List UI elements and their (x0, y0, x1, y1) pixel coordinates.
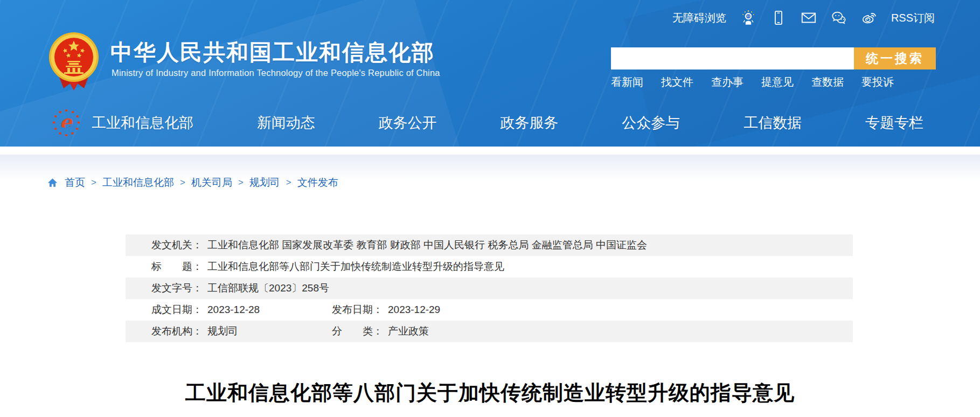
nav-item-news[interactable]: 新闻动态 (257, 113, 315, 133)
nav-item-miit[interactable]: 工业和信息化部 (92, 113, 193, 133)
meta-label: 发布机构： (151, 324, 203, 338)
meta-label: 成文日期： (151, 303, 203, 317)
meta-value: 规划司 (207, 324, 238, 338)
meta-label: 标 题： (151, 260, 203, 274)
robot-icon[interactable] (740, 10, 756, 26)
table-row-title: 标 题： 工业和信息化部等八部门关于加快传统制造业转型升级的指导意见 (126, 256, 853, 277)
meta-value: 2023-12-28 (207, 304, 260, 316)
meta-value: 工业和信息化部 国家发展改革委 教育部 财政部 中国人民银行 税务总局 金融监管… (207, 238, 647, 252)
table-row-dates: 成文日期： 2023-12-28 发布日期： 2023-12-29 (126, 299, 853, 321)
table-row-issuing-agency: 发文机关： 工业和信息化部 国家发展改革委 教育部 财政部 中国人民银行 税务总… (126, 234, 853, 256)
quick-link-complaint[interactable]: 要投诉 (861, 75, 894, 89)
mail-icon[interactable] (801, 10, 817, 26)
meta-value: 产业政策 (388, 324, 429, 338)
meta-value: 工业和信息化部等八部门关于加快传统制造业转型升级的指导意见 (207, 260, 504, 274)
breadcrumb-planning-dept[interactable]: 规划司 (249, 176, 280, 190)
mobile-icon[interactable] (770, 10, 787, 26)
table-row-doc-number: 发文字号： 工信部联规〔2023〕258号 (126, 277, 853, 299)
home-icon[interactable] (46, 177, 59, 189)
utility-bar: 无障碍浏览 (672, 10, 935, 26)
breadcrumb-separator: > (180, 177, 185, 188)
meta-value: 2023-12-29 (388, 304, 440, 316)
site-title[interactable]: 中华人民共和国工业和信息化部 (110, 38, 435, 67)
nav-item-participation[interactable]: 公众参与 (622, 113, 680, 133)
search-bar: 统一搜索 (611, 47, 936, 70)
rss-link[interactable]: RSS订阅 (891, 11, 935, 25)
breadcrumb-document-release[interactable]: 文件发布 (297, 176, 338, 190)
nav-item-data[interactable]: 工信数据 (743, 113, 802, 133)
nav-items: 工业和信息化部 新闻动态 政务公开 政务服务 公众参与 工信数据 专题专栏 (92, 99, 923, 147)
site-header: 无障碍浏览 (0, 0, 980, 147)
weibo-icon[interactable] (861, 10, 877, 26)
search-button[interactable]: 统一搜索 (854, 47, 936, 70)
breadcrumb: 首页 > 工业和信息化部 > 机关司局 > 规划司 > 文件发布 (46, 176, 338, 190)
nav-item-gov-info[interactable]: 政务公开 (379, 113, 437, 133)
national-emblem-logo (47, 30, 100, 92)
meta-value: 工信部联规〔2023〕258号 (207, 281, 329, 295)
breadcrumb-separator: > (238, 177, 244, 188)
breadcrumb-departments[interactable]: 机关司局 (191, 176, 232, 190)
quick-link-feedback[interactable]: 提意见 (761, 75, 794, 89)
quick-link-services[interactable]: 查办事 (711, 75, 743, 89)
document-meta-table: 发文机关： 工业和信息化部 国家发展改革委 教育部 财政部 中国人民银行 税务总… (126, 234, 853, 342)
accessibility-link[interactable]: 无障碍浏览 (672, 11, 726, 25)
meta-label: 分 类： (332, 324, 383, 338)
page: 无障碍浏览 (0, 0, 980, 417)
table-row-publisher-category: 发布机构： 规划司 分 类： 产业政策 (126, 321, 853, 342)
svg-text:e: e (60, 110, 73, 133)
miit-e-logo-icon: e (52, 108, 81, 137)
nav-item-special[interactable]: 专题专栏 (865, 113, 923, 133)
meta-label: 发布日期： (332, 303, 383, 317)
quick-link-data[interactable]: 查数据 (811, 75, 844, 89)
site-subtitle: Ministry of Industry and Information Tec… (112, 68, 440, 78)
search-input[interactable] (611, 47, 854, 70)
main-nav: e 工业和信息化部 新闻动态 政务公开 政务服务 公众参与 工信数据 专题专栏 (0, 99, 980, 147)
breadcrumb-home[interactable]: 首页 (65, 176, 85, 190)
meta-label: 发文字号： (151, 281, 203, 295)
meta-label: 发文机关： (151, 238, 203, 252)
quick-links: 看新闻 找文件 查办事 提意见 查数据 要投诉 (611, 75, 894, 89)
quick-link-news[interactable]: 看新闻 (611, 75, 643, 89)
breadcrumb-separator: > (286, 177, 291, 188)
breadcrumb-separator: > (91, 177, 96, 188)
page-title: 工业和信息化部等八部门关于加快传统制造业转型升级的指导意见 (0, 379, 980, 407)
nav-item-gov-services[interactable]: 政务服务 (500, 113, 558, 133)
breadcrumb-miit[interactable]: 工业和信息化部 (102, 176, 174, 190)
quick-link-files[interactable]: 找文件 (661, 75, 693, 89)
wechat-icon[interactable] (831, 10, 847, 26)
